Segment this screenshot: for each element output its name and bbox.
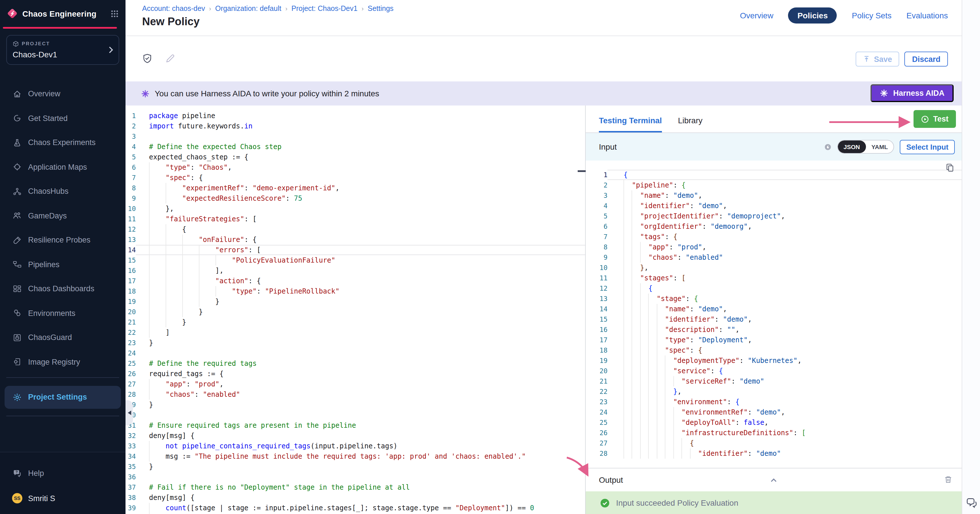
chevron-up-icon[interactable] (769, 476, 778, 484)
code-line: 37# Fail if there is no "Deployment" sta… (126, 482, 585, 492)
code-line: 5expected_chaos_step := { (126, 152, 585, 162)
testing-terminal-panel: Testing TerminalLibrary Test Input JSONY… (586, 105, 962, 514)
code-line: 39 count([stage | stage := input.pipelin… (126, 503, 585, 513)
breadcrumb-link[interactable]: Settings (368, 5, 393, 13)
people-icon (13, 211, 22, 220)
gear-icon (13, 393, 22, 402)
save-button[interactable]: Save (856, 52, 899, 67)
divider (6, 377, 119, 377)
code-line: 18 "type": "PipelineRollback" (126, 286, 585, 296)
tab-library[interactable]: Library (678, 116, 703, 132)
code-line: 3 (126, 131, 585, 142)
edit-pencil-icon[interactable] (165, 53, 175, 64)
code-line: 28 "chaos": "enabled" (126, 389, 585, 399)
module-grid-icon[interactable] (111, 10, 119, 18)
sidebar-item-chaoshubs[interactable]: ChaosHubs (0, 179, 126, 204)
line-number: 24 (126, 348, 136, 358)
input-json-editor[interactable]: 1{2 "pipeline": {3 "name": "demo",4 "ide… (586, 161, 962, 468)
line-number: 25 (126, 358, 136, 369)
flask-icon (13, 138, 22, 147)
format-option-json[interactable]: JSON (838, 140, 865, 153)
sidebar-item-label: Project Settings (28, 393, 87, 401)
lock-icon (13, 333, 22, 342)
line-number: 13 (590, 294, 608, 304)
breadcrumb-link[interactable]: Organization: default (215, 5, 282, 13)
sidebar-collapse-handle[interactable] (126, 400, 133, 425)
svg-text:?: ? (16, 470, 18, 474)
project-selector[interactable]: PROJECT Chaos-Dev1 (6, 35, 119, 65)
select-input-button[interactable]: Select Input (900, 140, 955, 154)
help-label: Help (28, 469, 44, 478)
trash-icon[interactable] (944, 475, 953, 484)
copy-icon[interactable] (946, 163, 954, 172)
line-number: 28 (126, 389, 136, 399)
code-line: 20 } (126, 307, 585, 317)
discard-button[interactable]: Discard (905, 52, 948, 67)
input-section-header: Input JSONYAML Select Input (586, 133, 962, 161)
sidebar-item-application-maps[interactable]: Application Maps (0, 155, 126, 179)
split-drag-handle[interactable] (578, 170, 586, 172)
sidebar-item-get-started[interactable]: Get Started (0, 106, 126, 130)
sidebar-item-environments[interactable]: Environments (0, 301, 126, 325)
sidebar-item-chaos-dashboards[interactable]: Chaos Dashboards (0, 277, 126, 301)
line-number: 9 (126, 193, 136, 204)
support-chat-icon[interactable] (965, 497, 978, 510)
harness-aida-button[interactable]: Harness AIDA (871, 84, 954, 102)
code-line: 11 "stages": [ (590, 273, 962, 283)
registry-icon (13, 358, 22, 367)
breadcrumb-link[interactable]: Project: Chaos-Dev1 (291, 5, 358, 13)
dashboard-icon (13, 284, 22, 294)
policy-toolbar: Save Discard (126, 36, 962, 81)
sidebar-item-overview[interactable]: Overview (0, 82, 126, 106)
line-number: 7 (126, 173, 136, 183)
code-line: 36 (126, 472, 585, 482)
line-number: 37 (126, 482, 136, 492)
line-number: 32 (126, 431, 136, 441)
line-number: 20 (126, 307, 136, 317)
line-number: 39 (126, 503, 136, 513)
user-name: Smriti S (28, 494, 55, 503)
top-nav-policy-sets[interactable]: Policy Sets (852, 11, 892, 20)
line-number: 7 (590, 232, 608, 242)
code-line: 27 "app": "prod", (126, 379, 585, 389)
line-number: 16 (590, 325, 608, 335)
breadcrumb-link[interactable]: Account: chaos-dev (142, 5, 205, 13)
line-number: 8 (126, 183, 136, 193)
line-number: 24 (590, 407, 608, 417)
sidebar-item-gamedays[interactable]: GameDays (0, 204, 126, 228)
brand-divider (3, 27, 117, 29)
code-line: 2import future.keywords.in (126, 121, 585, 131)
breadcrumb-separator: › (209, 5, 211, 12)
top-nav-overview[interactable]: Overview (740, 11, 773, 20)
code-line: 17 "type": "Deployment", (590, 335, 962, 345)
top-nav-evaluations[interactable]: Evaluations (906, 11, 948, 20)
code-line: 21 "serviceRef": "demo" (590, 376, 962, 387)
sidebar-item-help[interactable]: ? Help (0, 461, 126, 485)
code-line: 10 }, (590, 263, 962, 273)
format-option-yaml[interactable]: YAML (865, 140, 894, 153)
sidebar-item-image-registry[interactable]: Image Registry (0, 350, 126, 374)
test-button[interactable]: Test (913, 110, 956, 128)
prettify-icon[interactable] (824, 143, 832, 151)
sidebar-item-pipelines[interactable]: Pipelines (0, 252, 126, 277)
code-line: 12 { (126, 224, 585, 234)
sidebar-item-chaosguard[interactable]: ChaosGuard (0, 325, 126, 350)
sidebar-item-resilience-probes[interactable]: Resilience Probes (0, 228, 126, 252)
code-line: 1package pipeline (126, 111, 585, 121)
sidebar-item-chaos-experiments[interactable]: Chaos Experiments (0, 130, 126, 155)
policy-editor[interactable]: 1package pipeline2import future.keywords… (126, 105, 585, 514)
network-icon (13, 187, 22, 196)
sidebar-item-project-settings[interactable]: Project Settings (5, 385, 121, 409)
code-line: 8 "experimentRef": "demo-experiment-id", (126, 183, 585, 193)
code-line: 15 "PolicyEvaluationFailure" (126, 255, 585, 266)
line-number: 34 (126, 451, 136, 461)
environments-icon (13, 309, 22, 318)
code-line: 9 "expectedResilienceScore": 75 (126, 193, 585, 204)
line-number: 27 (590, 438, 608, 448)
user-menu[interactable]: SS Smriti S (0, 485, 126, 511)
tab-testing-terminal[interactable]: Testing Terminal (599, 116, 662, 132)
top-nav-policies[interactable]: Policies (788, 8, 837, 24)
code-line: 35} (126, 461, 585, 472)
code-line: 25# Define the required tags (126, 358, 585, 369)
aida-flower-icon (141, 89, 150, 98)
